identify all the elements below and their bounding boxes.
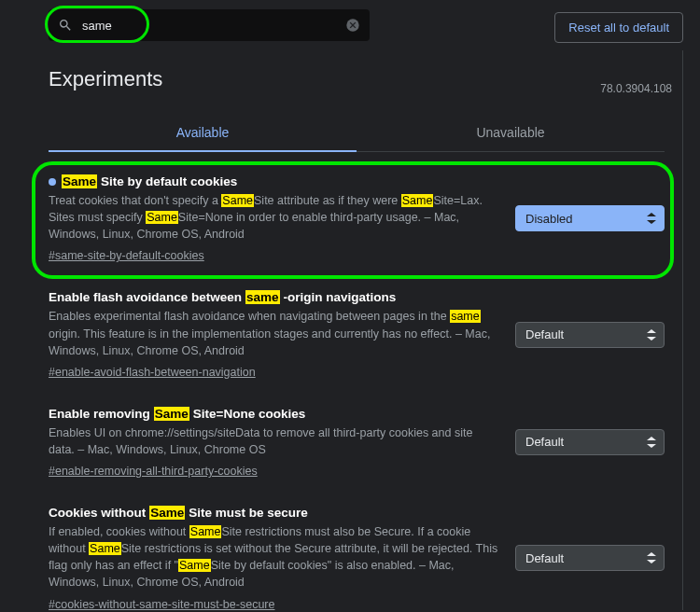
search-highlight: Same xyxy=(221,194,254,207)
tab-unavailable[interactable]: Unavailable xyxy=(357,114,665,151)
search-highlight: same xyxy=(450,310,481,323)
divider xyxy=(682,50,683,610)
tabs: Available Unavailable xyxy=(49,114,665,152)
flag-title: Enable flash avoidance between same-orig… xyxy=(49,290,498,304)
clear-search-icon[interactable] xyxy=(345,18,360,33)
flag-permalink[interactable]: #cookies-without-same-site-must-be-secur… xyxy=(49,598,274,611)
flag-permalink[interactable]: #same-site-by-default-cookies xyxy=(49,249,204,262)
search-icon xyxy=(58,18,73,33)
flag-description: Treat cookies that don't specify a SameS… xyxy=(49,192,498,243)
flag-title: Enable removing SameSite=None cookies xyxy=(49,407,498,421)
flag-item: SameSite by default cookiesTreat cookies… xyxy=(49,160,665,275)
flag-state-select[interactable]: DefaultEnabledDisabled xyxy=(515,429,665,455)
flag-list: SameSite by default cookiesTreat cookies… xyxy=(49,160,665,610)
search-highlight: Same xyxy=(89,542,121,555)
modified-dot-icon xyxy=(49,178,56,186)
flag-permalink[interactable]: #enable-removing-all-third-party-cookies xyxy=(49,465,258,478)
search-highlight: Same xyxy=(189,525,222,538)
flag-item: Enable removing SameSite=None cookiesEna… xyxy=(49,392,665,491)
search-container xyxy=(49,9,373,45)
flag-state-select[interactable]: DefaultEnabledDisabled xyxy=(515,322,665,348)
flag-permalink[interactable]: #enable-avoid-flash-between-navigation xyxy=(49,366,256,379)
tab-available[interactable]: Available xyxy=(49,114,357,151)
search-input[interactable] xyxy=(82,19,345,33)
search-highlight: Same xyxy=(178,559,211,572)
flag-state-select[interactable]: DefaultEnabledDisabled xyxy=(515,205,665,231)
flag-state-select[interactable]: DefaultEnabledDisabled xyxy=(515,545,665,571)
flag-description: Enables UI on chrome://settings/siteData… xyxy=(49,424,498,458)
search-highlight: same xyxy=(245,290,280,304)
flag-item: Cookies without SameSite must be secureI… xyxy=(49,491,665,610)
search-box[interactable] xyxy=(49,9,370,41)
search-highlight: Same xyxy=(62,174,97,188)
flag-description: If enabled, cookies without SameSite res… xyxy=(49,523,498,591)
page-title: Experiments xyxy=(49,67,681,91)
flag-title: SameSite by default cookies xyxy=(49,174,498,188)
search-highlight: Same xyxy=(401,194,434,207)
flag-title: Cookies without SameSite must be secure xyxy=(49,506,498,520)
version-label: 78.0.3904.108 xyxy=(600,82,672,95)
search-highlight: Same xyxy=(154,407,189,421)
reset-all-button[interactable]: Reset all to default xyxy=(554,12,683,43)
flag-item: Enable flash avoidance between same-orig… xyxy=(49,275,665,391)
flag-description: Enables experimental flash avoidance whe… xyxy=(49,308,498,358)
search-highlight: Same xyxy=(149,506,185,520)
search-highlight: Same xyxy=(146,211,178,224)
